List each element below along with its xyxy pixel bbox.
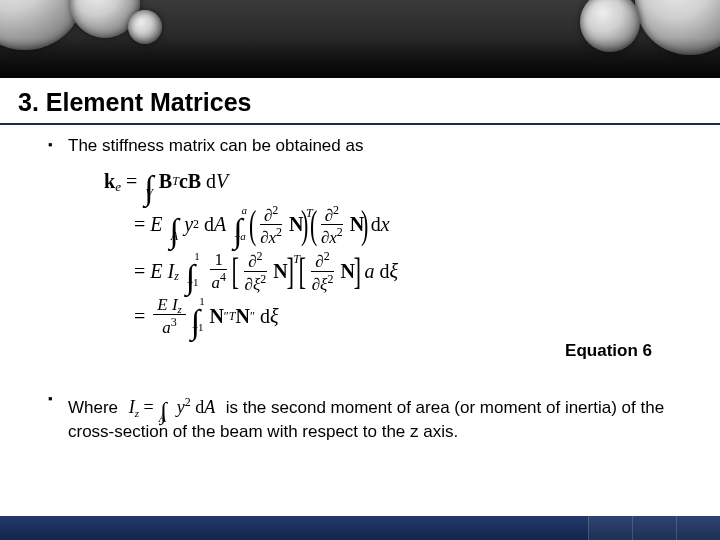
stiffness-equation-block: ke = ∫V BTcB dV = E ∫A y2 dA ∫a−a ( ∂2∂x… bbox=[104, 164, 692, 336]
title-bar: 3. Element Matrices bbox=[0, 78, 720, 125]
equation-line-3: = E Iz ∫1−1 1a4 [ ∂2∂ξ2N ] T [ ∂2∂ξ2N ] bbox=[104, 250, 692, 292]
equation-line-2: = E ∫A y2 dA ∫a−a ( ∂2∂x2N ) T ( ∂2∂x2N … bbox=[104, 204, 692, 246]
footer-cell bbox=[588, 516, 632, 540]
slide-heading: 3. Element Matrices bbox=[18, 88, 702, 117]
footer-cell bbox=[632, 516, 676, 540]
slide-footer bbox=[0, 516, 720, 540]
bullet-where: Where Iz = ∫A y2 dA is the second moment… bbox=[48, 389, 692, 444]
equation-line-4: = E Iz a3 ∫1−1 N″TN″ dξ bbox=[104, 296, 692, 336]
slide-content: The stiffness matrix can be obtained as … bbox=[0, 125, 720, 444]
slide-banner bbox=[0, 0, 720, 78]
where-prefix: Where bbox=[68, 398, 118, 417]
equation-label: Equation 6 bbox=[68, 340, 652, 363]
footer-cell bbox=[676, 516, 720, 540]
bullet-text: The stiffness matrix can be obtained as bbox=[68, 136, 363, 155]
equation-line-1: ke = ∫V BTcB dV bbox=[104, 164, 692, 200]
bullet-stiffness: The stiffness matrix can be obtained as … bbox=[48, 135, 692, 363]
inline-equation-Iz: Iz = ∫A y2 dA bbox=[123, 397, 226, 417]
